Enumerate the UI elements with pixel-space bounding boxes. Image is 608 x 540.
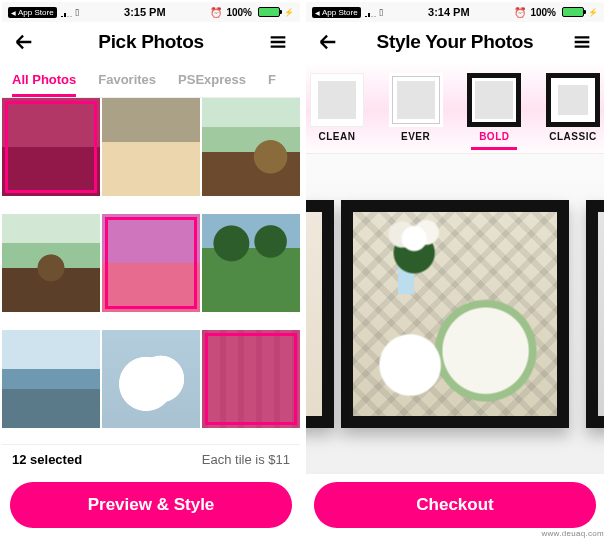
wifi-icon: 􀙇 — [76, 7, 80, 18]
screen-style-photos: App Store 􀙇 3:14 PM ⏰ 100% ⚡ Style Your … — [306, 2, 604, 536]
photo-thumb[interactable] — [202, 330, 300, 428]
back-button[interactable] — [316, 30, 340, 54]
status-left: App Store 􀙇 — [312, 7, 383, 18]
menu-button[interactable] — [266, 30, 290, 54]
style-preview-icon — [546, 73, 600, 127]
style-label: CLASSIC — [549, 131, 596, 142]
tab-more[interactable]: F — [268, 62, 276, 97]
page-title: Style Your Photos — [377, 31, 534, 53]
style-preview-icon — [389, 73, 443, 127]
cta-container: Preview & Style — [2, 474, 300, 536]
status-right: ⏰ 100% ⚡ — [514, 7, 598, 18]
selection-footer: 12 selected Each tile is $11 — [2, 444, 300, 474]
photo-thumb[interactable] — [102, 214, 200, 312]
nav-bar: Style Your Photos — [306, 22, 604, 62]
tab-all-photos[interactable]: All Photos — [12, 62, 76, 97]
wifi-icon: 􀙇 — [380, 7, 384, 18]
photo-thumb[interactable] — [2, 214, 100, 312]
style-option-bold[interactable]: BOLD — [465, 69, 523, 150]
style-preview-icon — [310, 73, 364, 127]
battery-percent: 100% — [530, 7, 556, 18]
prev-photo-frame[interactable] — [306, 200, 334, 428]
back-to-appstore-breadcrumb[interactable]: App Store — [312, 7, 361, 18]
screen-pick-photos: App Store 􀙇 3:15 PM ⏰ 100% ⚡ Pick Photos… — [2, 2, 300, 536]
battery-icon — [562, 7, 584, 17]
style-label: EVER — [401, 131, 430, 142]
tab-psexpress[interactable]: PSExpress — [178, 62, 246, 97]
cta-container: Checkout — [306, 474, 604, 536]
alarm-icon: ⏰ — [514, 7, 526, 18]
status-time: 3:15 PM — [124, 6, 166, 18]
status-bar: App Store 􀙇 3:15 PM ⏰ 100% ⚡ — [2, 2, 300, 22]
watermark: www.deuaq.com — [541, 529, 604, 538]
style-label: CLEAN — [319, 131, 356, 142]
style-preview-icon — [467, 73, 521, 127]
battery-percent: 100% — [226, 7, 252, 18]
status-right: ⏰ 100% ⚡ — [210, 7, 294, 18]
photo-thumb[interactable] — [202, 214, 300, 312]
current-photo-frame[interactable] — [341, 200, 569, 428]
photo-thumb[interactable] — [2, 98, 100, 196]
cellular-signal-icon — [61, 7, 72, 17]
back-to-appstore-breadcrumb[interactable]: App Store — [8, 7, 57, 18]
photo-thumb[interactable] — [102, 98, 200, 196]
charging-icon: ⚡ — [284, 8, 294, 17]
status-bar: App Store 􀙇 3:14 PM ⏰ 100% ⚡ — [306, 2, 604, 22]
photo-image — [353, 212, 557, 416]
back-button[interactable] — [12, 30, 36, 54]
alarm-icon: ⏰ — [210, 7, 222, 18]
page-title: Pick Photos — [98, 31, 203, 53]
checkout-button[interactable]: Checkout — [314, 482, 596, 528]
style-option-classic[interactable]: CLASSIC — [544, 69, 602, 150]
photo-thumb[interactable] — [102, 330, 200, 428]
photo-grid[interactable] — [2, 98, 300, 444]
album-tabs[interactable]: All Photos Favorites PSExpress F — [2, 62, 300, 98]
charging-icon: ⚡ — [588, 8, 598, 17]
framed-preview-carousel[interactable] — [306, 154, 604, 474]
status-left: App Store 􀙇 — [8, 7, 79, 18]
nav-bar: Pick Photos — [2, 22, 300, 62]
style-option-clean[interactable]: CLEAN — [308, 69, 366, 150]
photo-thumb[interactable] — [2, 330, 100, 428]
frame-style-row[interactable]: CLEAN EVER BOLD CLASSIC — [306, 62, 604, 154]
selection-count: 12 selected — [12, 452, 82, 467]
battery-icon — [258, 7, 280, 17]
status-time: 3:14 PM — [428, 6, 470, 18]
cellular-signal-icon — [365, 7, 376, 17]
tab-favorites[interactable]: Favorites — [98, 62, 156, 97]
style-option-ever[interactable]: EVER — [387, 69, 445, 150]
next-photo-frame[interactable] — [586, 200, 604, 428]
preview-and-style-button[interactable]: Preview & Style — [10, 482, 292, 528]
style-label: BOLD — [479, 131, 509, 142]
photo-thumb[interactable] — [202, 98, 300, 196]
menu-button[interactable] — [570, 30, 594, 54]
price-hint: Each tile is $11 — [202, 452, 290, 467]
